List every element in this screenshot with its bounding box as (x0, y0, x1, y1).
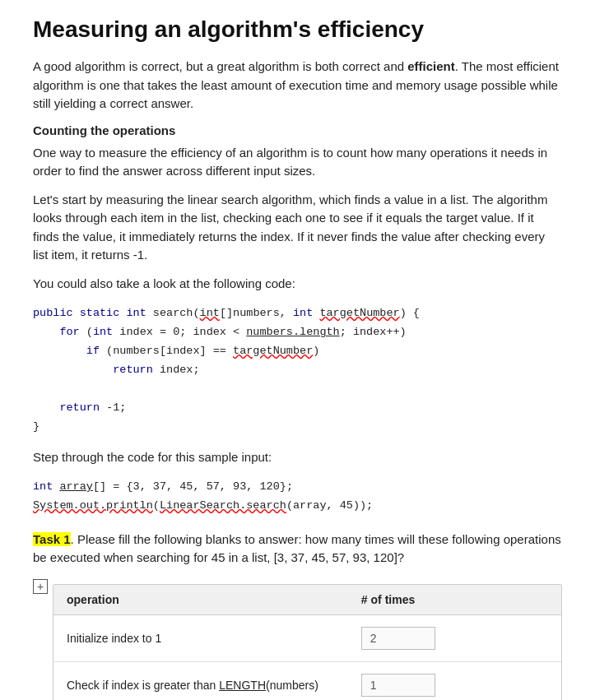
para3: You could also take a look at the follow… (33, 275, 562, 294)
code-block-search: public static int search(int[]numbers, i… (33, 304, 562, 437)
expand-button[interactable]: + (33, 579, 48, 594)
table-row: Check if index is greater than LENGTH(nu… (53, 661, 561, 700)
intro-text1: A good algorithm is correct, but a great… (33, 59, 407, 73)
counting-operations-heading: Counting the operations (33, 123, 562, 137)
table-row: Initialize index to 1 (53, 614, 561, 661)
answer-input-2[interactable] (361, 674, 435, 697)
intro-paragraph: A good algorithm is correct, but a great… (33, 58, 562, 114)
col-operation-header: operation (53, 585, 348, 615)
code-block-sample: int array[] = {3, 37, 45, 57, 93, 120}; … (33, 478, 562, 516)
operations-table: operation # of times Initialize index to… (53, 585, 561, 700)
col-times-header: # of times (348, 585, 561, 615)
intro-bold: efficient (407, 59, 455, 73)
para1: One way to measure the efficiency of an … (33, 144, 562, 181)
task-text: . Please fill the following blanks to an… (33, 532, 561, 565)
operations-table-container: operation # of times Initialize index to… (53, 584, 562, 700)
task-label: Task 1 (33, 532, 71, 546)
operation-label-2: Check if index is greater than LENGTH(nu… (53, 661, 348, 700)
answer-input-1[interactable] (361, 627, 435, 650)
answer-cell-2 (348, 661, 561, 700)
operation-label-1: Initialize index to 1 (53, 614, 348, 661)
task-paragraph: Task 1. Please fill the following blanks… (33, 531, 562, 568)
step-paragraph: Step through the code for this sample in… (33, 448, 562, 467)
page-title: Measuring an algorithm's efficiency (33, 16, 562, 43)
answer-cell-1 (348, 614, 561, 661)
para2: Let's start by measuring the linear sear… (33, 191, 562, 265)
